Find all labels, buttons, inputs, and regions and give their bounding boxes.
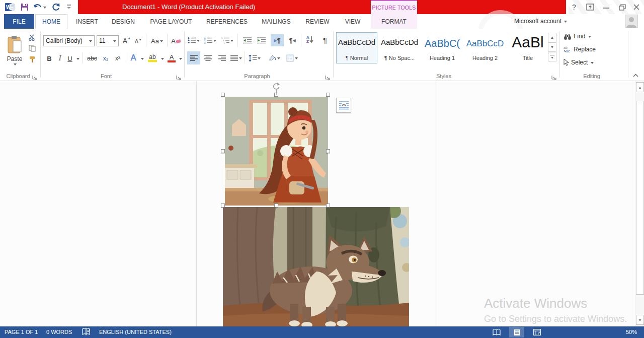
bullets-button[interactable]: [187, 34, 200, 46]
cut-button[interactable]: [26, 33, 38, 42]
styles-more-button[interactable]: ▼: [548, 52, 556, 61]
proofing-status-icon[interactable]: [82, 328, 91, 336]
bold-button[interactable]: B: [44, 52, 54, 64]
zoom-level[interactable]: 50%: [626, 329, 637, 335]
font-size-combobox[interactable]: 11: [97, 35, 119, 46]
layout-options-button[interactable]: [336, 98, 351, 113]
align-left-button[interactable]: [187, 51, 200, 64]
ltr-text-direction-button[interactable]: ▶¶: [271, 34, 284, 46]
minimize-button[interactable]: [599, 0, 614, 14]
help-button[interactable]: ?: [567, 0, 582, 14]
clear-formatting-button[interactable]: A: [169, 35, 183, 46]
rtl-text-direction-button[interactable]: ¶◀: [286, 34, 299, 46]
account-avatar[interactable]: [625, 15, 638, 28]
resize-handle-bottom-center[interactable]: [274, 204, 278, 208]
justify-button[interactable]: [229, 51, 243, 64]
grow-font-button[interactable]: A▲: [121, 35, 133, 46]
save-icon[interactable]: [19, 2, 30, 13]
format-painter-button[interactable]: [26, 55, 38, 64]
restore-button[interactable]: [615, 0, 630, 14]
ribbon-display-options-button[interactable]: [583, 0, 598, 14]
strikethrough-button[interactable]: abc: [85, 52, 100, 64]
resize-handle-bottom-right[interactable]: [326, 204, 330, 208]
styles-scroll-down-button[interactable]: ▼: [548, 42, 556, 52]
text-highlight-button[interactable]: ab: [146, 51, 159, 64]
underline-caret[interactable]: [74, 52, 80, 64]
scrollbar-thumb[interactable]: [636, 101, 644, 295]
print-layout-button[interactable]: [509, 327, 524, 337]
tab-references[interactable]: REFERENCES: [201, 14, 253, 29]
undo-icon[interactable]: [32, 2, 47, 13]
wolf-picture[interactable]: [223, 207, 409, 326]
resize-handle-top-right[interactable]: [326, 93, 330, 97]
text-effects-button[interactable]: A: [128, 51, 139, 64]
scroll-up-button[interactable]: ▲: [636, 82, 644, 92]
style-heading-2[interactable]: AaBbCcD Heading 2: [464, 32, 506, 63]
resize-handle-middle-left[interactable]: [221, 149, 225, 153]
rotation-handle[interactable]: [272, 82, 280, 90]
tab-design[interactable]: DESIGN: [107, 14, 140, 29]
replace-button[interactable]: abac Replace: [564, 46, 596, 53]
align-right-button[interactable]: [215, 51, 228, 64]
decrease-indent-button[interactable]: [240, 34, 254, 46]
tab-home[interactable]: HOME: [35, 14, 67, 29]
microsoft-account-menu[interactable]: Microsoft account: [514, 18, 567, 25]
subscript-button[interactable]: x₂: [100, 52, 112, 64]
scroll-down-button[interactable]: ▼: [636, 315, 644, 325]
tab-review[interactable]: REVIEW: [300, 14, 335, 29]
web-layout-button[interactable]: [529, 327, 544, 337]
clipboard-dialog-launcher[interactable]: [32, 74, 38, 79]
multilevel-list-button[interactable]: 1ai: [220, 34, 234, 46]
change-case-button[interactable]: Aa: [148, 35, 166, 46]
language-indicator[interactable]: ENGLISH (UNITED STATES): [99, 329, 172, 335]
style-normal[interactable]: AaBbCcDd ¶ Normal: [336, 32, 377, 63]
style-no-spacing[interactable]: AaBbCcDd ¶ No Spac...: [379, 32, 420, 63]
style-heading-1[interactable]: AaBbC( Heading 1: [422, 32, 463, 63]
text-effects-caret[interactable]: [139, 52, 145, 64]
close-button[interactable]: [630, 0, 643, 14]
line-spacing-button[interactable]: [247, 51, 263, 64]
font-name-combobox[interactable]: Calibri (Body): [43, 35, 95, 46]
tab-page-layout[interactable]: PAGE LAYOUT: [144, 14, 198, 29]
word-app-icon[interactable]: W: [4, 2, 16, 13]
resize-handle-middle-right[interactable]: [326, 149, 330, 153]
word-count[interactable]: 0 WORDS: [46, 329, 72, 335]
sort-button[interactable]: AZ: [303, 33, 317, 46]
page-indicator[interactable]: PAGE 1 OF 1: [5, 329, 38, 335]
read-mode-button[interactable]: [489, 327, 504, 337]
shading-button[interactable]: [266, 51, 282, 64]
italic-button[interactable]: I: [55, 52, 64, 64]
tab-mailings[interactable]: MAILINGS: [256, 14, 297, 29]
resize-handle-top-left[interactable]: [221, 93, 225, 97]
collapse-ribbon-button[interactable]: [630, 71, 641, 79]
qat-customize-icon[interactable]: [64, 2, 73, 13]
select-button[interactable]: Select: [564, 59, 594, 66]
text-highlight-caret[interactable]: [159, 52, 165, 64]
styles-dialog-launcher[interactable]: [551, 74, 557, 79]
paragraph-dialog-launcher[interactable]: [325, 74, 331, 79]
font-dialog-launcher[interactable]: [176, 74, 182, 79]
borders-button[interactable]: [284, 51, 300, 64]
paste-button[interactable]: Paste: [3, 31, 26, 71]
style-title[interactable]: AaBl Title: [507, 32, 548, 63]
tab-insert[interactable]: INSERT: [71, 14, 103, 29]
redo-icon[interactable]: [50, 2, 61, 13]
styles-scroll-up-button[interactable]: ▲: [548, 33, 556, 42]
align-center-button[interactable]: [201, 51, 214, 64]
font-color-caret[interactable]: [177, 52, 183, 64]
tab-view[interactable]: VIEW: [338, 14, 367, 29]
resize-handle-bottom-left[interactable]: [221, 204, 225, 208]
copy-button[interactable]: [26, 44, 38, 53]
shrink-font-button[interactable]: A▼: [133, 36, 144, 46]
vertical-scrollbar[interactable]: ▲ ▼: [635, 81, 644, 326]
numbering-button[interactable]: 123: [203, 34, 217, 46]
tab-file[interactable]: FILE: [4, 14, 34, 29]
find-button[interactable]: Find: [564, 33, 591, 40]
document-canvas[interactable]: Activate Windows Go to Settings to activ…: [0, 81, 644, 326]
underline-button[interactable]: U: [65, 52, 74, 64]
increase-indent-button[interactable]: [255, 34, 268, 46]
girl-picture[interactable]: [225, 97, 328, 206]
font-color-button[interactable]: A: [166, 51, 177, 64]
show-hide-pilcrow-button[interactable]: ¶: [319, 33, 331, 46]
superscript-button[interactable]: x²: [112, 52, 124, 64]
